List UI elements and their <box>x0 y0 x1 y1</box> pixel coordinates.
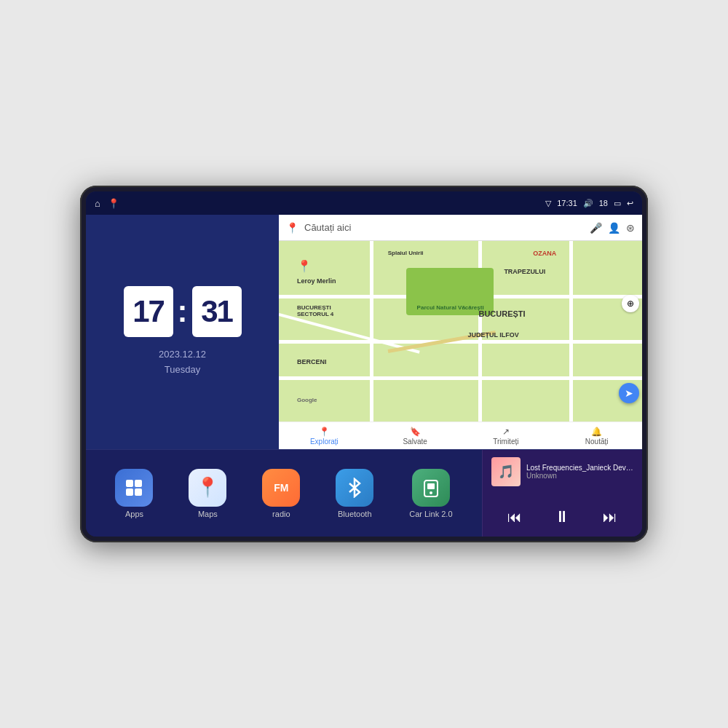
clock-panel: 17 : 31 2023.12.12 Tuesday <box>86 215 279 449</box>
map-panel[interactable]: 📍 Căutați aici 🎤 👤 ⊛ <box>279 215 642 449</box>
compass-icon[interactable]: ⊕ <box>622 295 639 312</box>
map-header: 📍 Căutați aici 🎤 👤 ⊛ <box>279 215 642 241</box>
maps-icon: 📍 <box>189 469 226 507</box>
map-pin-icon: 📍 <box>286 222 298 234</box>
music-player: 🎵 Lost Frequencies_Janieck Devy-... Unkn… <box>482 450 642 537</box>
status-time: 17:31 <box>557 199 577 207</box>
clock-date: 2023.12.12 Tuesday <box>159 347 206 378</box>
map-body: OZANA TRAPEZULUI Parcul Natural Văcăreșt… <box>279 241 642 422</box>
battery-icon: ▭ <box>614 199 621 208</box>
home-icon[interactable]: ⌂ <box>95 198 100 209</box>
music-thumbnail: 🎵 <box>491 457 521 486</box>
navigation-icon[interactable]: ➤ <box>619 383 639 403</box>
next-button[interactable]: ⏭ <box>597 506 623 529</box>
mic-icon[interactable]: 🎤 <box>590 222 602 234</box>
map-saved-btn[interactable]: 🔖 Salvate <box>370 427 461 446</box>
send-icon: ↗ <box>502 427 510 437</box>
radio-label: radio <box>272 510 290 518</box>
apps-label: Apps <box>125 510 143 518</box>
explore-icon: 📍 <box>319 427 330 437</box>
map-explore-btn[interactable]: 📍 Explorați <box>279 427 370 446</box>
carlink-icon <box>412 469 450 507</box>
clock-hours: 17 <box>124 286 173 337</box>
music-text: Lost Frequencies_Janieck Devy-... Unknow… <box>526 464 633 480</box>
svg-rect-5 <box>427 483 435 489</box>
map-news-btn[interactable]: 🔔 Noutăți <box>551 427 642 446</box>
carlink-label: Car Link 2.0 <box>409 510 452 518</box>
news-icon: 🔔 <box>591 427 602 437</box>
car-display-device: ⌂ 📍 ▽ 17:31 🔊 18 ▭ ↩ 17 : <box>80 186 648 542</box>
app-carlink[interactable]: Car Link 2.0 <box>409 469 452 518</box>
battery-level: 18 <box>599 199 608 207</box>
map-background: OZANA TRAPEZULUI Parcul Natural Văcăreșt… <box>279 241 642 422</box>
music-title: Lost Frequencies_Janieck Devy-... <box>526 464 633 472</box>
top-row: 17 : 31 2023.12.12 Tuesday 📍 Căutați aic… <box>86 215 642 449</box>
apps-icon <box>115 469 153 507</box>
back-icon[interactable]: ↩ <box>627 199 633 208</box>
map-footer: 📍 Explorați 🔖 Salvate ↗ Trimiteți 🔔 <box>279 422 642 449</box>
layers-icon[interactable]: ⊛ <box>626 222 635 234</box>
music-info-row: 🎵 Lost Frequencies_Janieck Devy-... Unkn… <box>491 457 633 486</box>
app-apps[interactable]: Apps <box>115 469 153 518</box>
app-radio[interactable]: FM radio <box>262 469 300 518</box>
map-header-icons: 🎤 👤 ⊛ <box>590 222 635 234</box>
svg-rect-0 <box>126 480 133 487</box>
saved-icon: 🔖 <box>410 427 421 437</box>
svg-rect-3 <box>135 488 142 496</box>
app-bluetooth[interactable]: Bluetooth <box>336 469 373 518</box>
music-controls: ⏮ ⏸ ⏭ <box>491 505 633 529</box>
play-pause-button[interactable]: ⏸ <box>548 505 576 529</box>
status-bar: ⌂ 📍 ▽ 17:31 🔊 18 ▭ ↩ <box>86 191 642 215</box>
status-bar-left: ⌂ 📍 <box>95 198 119 209</box>
maps-status-icon[interactable]: 📍 <box>108 198 119 209</box>
clock-colon: : <box>178 294 188 329</box>
account-icon[interactable]: 👤 <box>608 222 620 234</box>
clock-display: 17 : 31 <box>124 286 242 337</box>
signal-icon: ▽ <box>545 199 551 208</box>
svg-rect-2 <box>126 488 133 496</box>
volume-icon: 🔊 <box>583 199 593 208</box>
bluetooth-icon <box>336 469 373 507</box>
status-bar-right: ▽ 17:31 🔊 18 ▭ ↩ <box>545 199 633 208</box>
device-screen: ⌂ 📍 ▽ 17:31 🔊 18 ▭ ↩ 17 : <box>86 191 642 537</box>
music-artist: Unknown <box>526 472 633 480</box>
map-send-btn[interactable]: ↗ Trimiteți <box>461 427 552 446</box>
svg-point-6 <box>430 491 432 494</box>
main-content: 17 : 31 2023.12.12 Tuesday 📍 Căutați aic… <box>86 215 642 537</box>
maps-label: Maps <box>198 510 218 518</box>
radio-icon: FM <box>262 469 300 507</box>
prev-button[interactable]: ⏮ <box>502 506 528 529</box>
map-search-input[interactable]: Căutați aici <box>304 222 584 233</box>
svg-rect-1 <box>135 480 142 487</box>
clock-minutes: 31 <box>192 286 242 337</box>
bottom-row: Apps 📍 Maps FM radio <box>86 449 642 537</box>
apps-area: Apps 📍 Maps FM radio <box>86 450 482 537</box>
bluetooth-label: Bluetooth <box>338 510 371 518</box>
app-maps[interactable]: 📍 Maps <box>189 469 226 518</box>
